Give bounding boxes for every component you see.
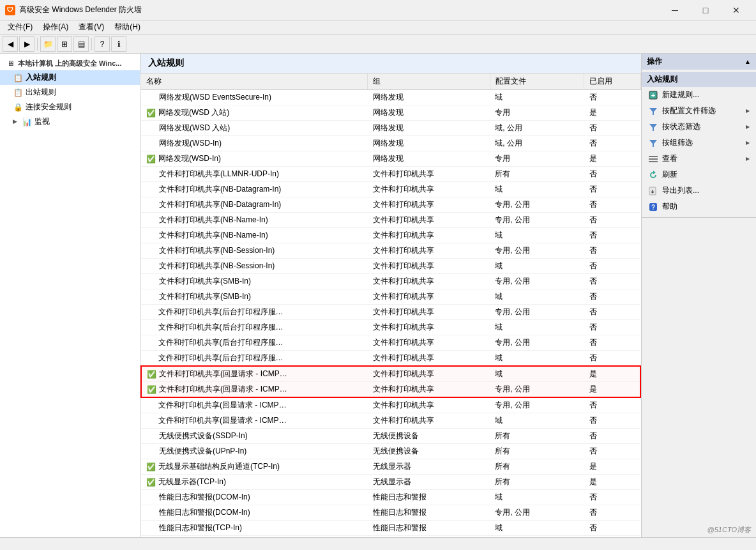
rule-name: 无线便携式设备(UPnP-In) [159,446,246,457]
sidebar-item-outbound[interactable]: 📋 出站规则 [0,85,140,100]
cell-group: 网络发现 [368,90,490,105]
cell-group: 文件和打印机共享 [368,289,490,305]
svg-rect-7 [649,161,658,162]
table-row[interactable]: 网络发现(WSD EventsSecure-In)网络发现域否 [141,90,640,105]
cell-profile: 专用 [490,105,584,121]
view-button-1[interactable]: ⊞ [57,36,72,52]
sidebar-item-inbound[interactable]: 📋 入站规则 [0,70,140,85]
cell-profile: 所有 [490,429,584,444]
sidebar-item-monitor[interactable]: ▶ 📊 监视 [0,114,140,129]
table-row[interactable]: 文件和打印机共享(NB-Name-In)文件和打印机共享域否 [141,228,640,243]
table-row[interactable]: ✅无线显示基础结构反向通道(TCP-In)无线显示器所有是 [141,459,640,475]
close-button[interactable]: ✕ [722,1,751,19]
cell-enabled: 是 [584,459,640,475]
action-help[interactable]: ? 帮助 [642,199,756,215]
table-row[interactable]: 性能日志和警报(TCP-In)性能日志和警报域否 [141,521,640,536]
folder-button[interactable]: 📁 [40,36,56,52]
filter-status-arrow: ▶ [746,124,750,130]
action-export[interactable]: 导出列表... [642,183,756,199]
view-button-2[interactable]: ▤ [73,36,89,52]
table-row[interactable]: 性能日志和警报(DCOM-In)性能日志和警报域否 [141,490,640,505]
table-row[interactable]: 性能日志和警报(DCOM-In)性能日志和警报专用, 公用否 [141,505,640,521]
cell-enabled: 否 [584,521,640,536]
cell-enabled: 否 [584,490,640,505]
table-row[interactable]: ✅无线显示器(TCP-In)无线显示器所有是 [141,475,640,490]
table-row[interactable]: 文件和打印机共享(SMB-In)文件和打印机共享域否 [141,289,640,305]
help-button[interactable]: ? [94,36,110,52]
table-row[interactable]: 网络发现(WSD-In)网络发现域, 公用否 [141,136,640,151]
col-enabled[interactable]: 已启用 [584,73,640,90]
table-row[interactable]: 文件和打印机共享(后台打印程序服务 - R...文件和打印机共享专用, 公用否 [141,305,640,320]
action-filter-group[interactable]: 按组筛选 ▶ [642,135,756,151]
export-label: 导出列表... [662,185,699,196]
rule-name: 文件和打印机共享(NB-Datagram-In) [159,184,281,195]
sidebar-root[interactable]: 🖥 本地计算机 上的高级安全 Winc... [0,56,140,70]
cell-profile: 域 [490,366,584,382]
menu-file[interactable]: 文件(F) [3,20,38,34]
title-bar: 🛡 高级安全 Windows Defender 防火墙 ─ □ ✕ [0,0,756,20]
check-icon: ✅ [147,385,156,394]
table-row[interactable]: 文件和打印机共享(回显请求 - ICMPv6-In)文件和打印机共享专用, 公用… [141,397,640,413]
check-icon: ✅ [146,155,156,164]
action-new-rule[interactable]: + 新建规则... [642,87,756,103]
table-row[interactable]: 网络发现(WSD 入站)网络发现域, 公用否 [141,121,640,136]
cell-group: 无线显示器 [368,459,490,475]
cell-group: 文件和打印机共享 [368,197,490,213]
table-row[interactable]: 文件和打印机共享(NB-Session-In)文件和打印机共享专用, 公用否 [141,243,640,259]
table-row[interactable]: 文件和打印机共享(NB-Name-In)文件和打印机共享专用, 公用否 [141,213,640,228]
action-view[interactable]: 查看 ▶ [642,151,756,167]
cell-group: 性能日志和警报 [368,505,490,521]
cell-name: 文件和打印机共享(NB-Session-In) [141,243,294,258]
export-icon [648,186,658,196]
table-body: 网络发现(WSD EventsSecure-In)网络发现域否✅网络发现(WSD… [141,90,640,536]
menu-action[interactable]: 操作(A) [38,20,73,34]
table-row[interactable]: 文件和打印机共享(NB-Datagram-In)文件和打印机共享专用, 公用否 [141,197,640,213]
table-row[interactable]: ✅文件和打印机共享(回显请求 - ICMPv4-In)文件和打印机共享域是 [141,366,640,382]
action-filter-profile[interactable]: 按配置文件筛选 ▶ [642,103,756,119]
sidebar: 🖥 本地计算机 上的高级安全 Winc... 📋 入站规则 📋 出站规则 🔒 连… [0,54,140,537]
cell-enabled: 否 [584,243,640,259]
cell-enabled: 否 [584,289,640,305]
table-row[interactable]: 无线便携式设备(SSDP-In)无线便携设备所有否 [141,429,640,444]
info-button[interactable]: ℹ [111,36,126,52]
cell-enabled: 否 [584,197,640,213]
cell-profile: 域 [490,413,584,429]
table-row[interactable]: 文件和打印机共享(NB-Datagram-In)文件和打印机共享域否 [141,182,640,197]
table-row[interactable]: 文件和打印机共享(SMB-In)文件和打印机共享专用, 公用否 [141,274,640,289]
right-panel-header: 操作 ▲ [642,54,756,70]
table-row[interactable]: 文件和打印机共享(NB-Session-In)文件和打印机共享域否 [141,259,640,274]
content-area: 入站规则 名称 组 配置文件 已启用 网络发现(WSD EventsSecure… [140,54,641,537]
sidebar-connection-label: 连接安全规则 [26,102,72,112]
col-profile[interactable]: 配置文件 [490,73,584,90]
refresh-label: 刷新 [662,169,677,180]
table-row[interactable]: 文件和打印机共享(LLMNR-UDP-In)文件和打印机共享所有否 [141,167,640,182]
col-group[interactable]: 组 [368,73,490,90]
table-row[interactable]: 文件和打印机共享(后台打印程序服务 - R...文件和打印机共享域否 [141,351,640,367]
sidebar-item-connection[interactable]: 🔒 连接安全规则 [0,100,140,114]
table-row[interactable]: ✅网络发现(WSD-In)网络发现专用是 [141,151,640,167]
cell-group: 性能日志和警报 [368,521,490,536]
col-name[interactable]: 名称 [141,73,368,90]
table-row[interactable]: 无线便携式设备(UPnP-In)无线便携设备所有否 [141,444,640,459]
rule-name: 文件和打印机共享(回显请求 - ICMPv6-In) [158,400,289,411]
action-filter-status[interactable]: 按状态筛选 ▶ [642,119,756,135]
cell-name: 文件和打印机共享(后台打印程序服务 - R... [141,335,294,350]
new-rule-label: 新建规则... [662,89,699,100]
table-row[interactable]: 文件和打印机共享(回显请求 - ICMPv6-In)文件和打印机共享域否 [141,413,640,429]
svg-rect-6 [649,158,658,160]
action-refresh[interactable]: 刷新 [642,167,756,183]
back-button[interactable]: ◀ [3,36,18,52]
cell-enabled: 否 [584,136,640,151]
forward-button[interactable]: ▶ [19,36,34,52]
menu-view[interactable]: 查看(V) [73,20,109,34]
menu-help[interactable]: 帮助(H) [109,20,146,34]
table-container[interactable]: 名称 组 配置文件 已启用 网络发现(WSD EventsSecure-In)网… [140,73,641,537]
table-row[interactable]: ✅网络发现(WSD 入站)网络发现专用是 [141,105,640,121]
table-row[interactable]: ✅文件和打印机共享(回显请求 - ICMPv4-In)文件和打印机共享专用, 公… [141,382,640,398]
cell-name: 文件和打印机共享(NB-Session-In) [141,259,294,273]
minimize-button[interactable]: ─ [660,1,690,19]
table-row[interactable]: 文件和打印机共享(后台打印程序服务 - R...文件和打印机共享专用, 公用否 [141,335,640,351]
cell-profile: 所有 [490,475,584,490]
table-row[interactable]: 文件和打印机共享(后台打印程序服务 - R...文件和打印机共享域否 [141,320,640,335]
maximize-button[interactable]: □ [691,1,720,19]
